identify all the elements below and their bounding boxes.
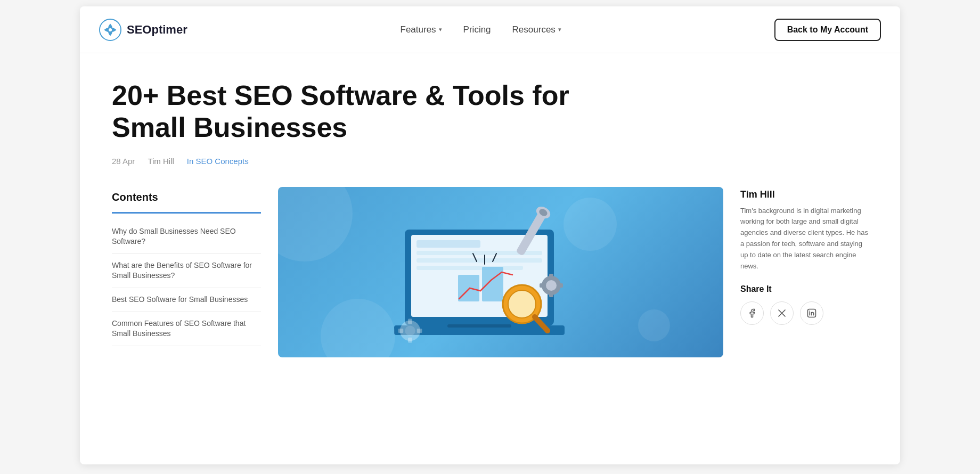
toc-item[interactable]: Common Features of SEO Software that Sma… — [112, 312, 261, 346]
toc-list: Why do Small Businesses Need SEO Softwar… — [112, 212, 261, 346]
features-chevron-icon: ▾ — [439, 26, 442, 33]
author-bio: Tim's background is in digital marketing… — [740, 206, 868, 272]
nav-features[interactable]: Features ▾ — [401, 24, 442, 35]
svg-point-35 — [809, 311, 810, 312]
svg-point-1 — [108, 28, 112, 32]
svg-rect-6 — [416, 258, 542, 263]
bg-decoration — [278, 187, 353, 261]
share-linkedin-button[interactable] — [800, 301, 823, 325]
article-meta: 28 Apr Tim Hill In SEO Concepts — [112, 157, 868, 166]
share-facebook-button[interactable] — [740, 301, 764, 325]
toc-heading: Contents — [112, 191, 261, 203]
svg-point-25 — [405, 325, 415, 336]
svg-rect-20 — [558, 283, 563, 288]
svg-rect-9 — [482, 267, 503, 301]
twitter-x-icon — [777, 308, 787, 318]
svg-point-16 — [546, 280, 557, 291]
nav-resources[interactable]: Resources ▾ — [512, 24, 561, 35]
svg-rect-11 — [447, 324, 511, 328]
article-image-area — [278, 187, 723, 357]
linkedin-icon — [807, 308, 816, 318]
toc-sidebar: Contents Why do Small Businesses Need SE… — [112, 187, 261, 346]
svg-point-22 — [508, 290, 536, 318]
article-category[interactable]: In SEO Concepts — [187, 157, 249, 166]
share-title: Share It — [740, 284, 868, 294]
toc-item[interactable]: Best SEO Software for Small Businesses — [112, 288, 261, 312]
nav-links: Features ▾ Pricing Resources ▾ — [401, 24, 561, 35]
nav-pricing[interactable]: Pricing — [463, 24, 491, 35]
svg-rect-27 — [408, 337, 412, 342]
svg-rect-26 — [408, 318, 412, 324]
share-icons — [740, 301, 868, 325]
svg-rect-7 — [416, 266, 523, 270]
article-body: Contents Why do Small Businesses Need SE… — [112, 187, 868, 357]
svg-rect-19 — [540, 283, 545, 288]
article-author: Tim Hill — [148, 157, 174, 166]
share-twitter-button[interactable] — [770, 301, 794, 325]
svg-rect-29 — [417, 329, 422, 333]
article-date: 28 Apr — [112, 157, 135, 166]
toc-item[interactable]: Why do Small Businesses Need SEO Softwar… — [112, 220, 261, 254]
toc-item[interactable]: What are the Benefits of SEO Software fo… — [112, 254, 261, 288]
logo-icon — [99, 19, 121, 41]
svg-rect-18 — [549, 292, 553, 297]
right-sidebar: Tim Hill Tim's background is in digital … — [740, 187, 868, 325]
facebook-icon — [747, 308, 757, 318]
logo-link[interactable]: SEOptimer — [99, 19, 187, 41]
logo-text: SEOptimer — [127, 23, 187, 37]
svg-rect-28 — [398, 329, 404, 333]
svg-rect-4 — [416, 240, 480, 248]
back-to-account-button[interactable]: Back to My Account — [774, 19, 881, 41]
article-title: 20+ Best SEO Software & Tools for Small … — [112, 80, 570, 144]
main-content: 20+ Best SEO Software & Tools for Small … — [80, 53, 900, 357]
bg-decoration — [638, 309, 670, 341]
resources-chevron-icon: ▾ — [558, 26, 561, 33]
svg-rect-17 — [549, 274, 553, 279]
page-wrapper: SEOptimer Features ▾ Pricing Resources ▾… — [80, 6, 900, 464]
navbar: SEOptimer Features ▾ Pricing Resources ▾… — [80, 6, 900, 53]
author-name: Tim Hill — [740, 189, 868, 200]
hero-image — [278, 187, 723, 357]
bg-decoration — [564, 198, 617, 251]
